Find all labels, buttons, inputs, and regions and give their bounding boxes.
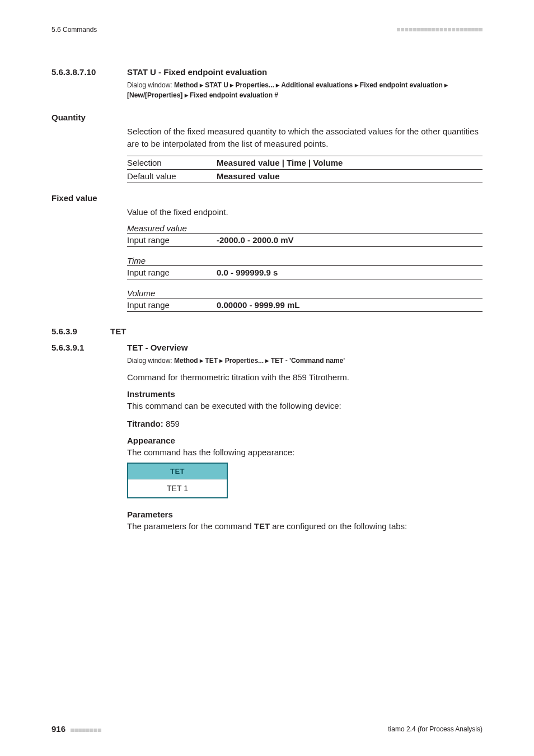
heading-row-1: 5.6.3.8.7.10 STAT U - Fixed endpoint eva… xyxy=(51,67,483,77)
dialog-window-path-1: Dialog window: Method ▸ STAT U ▸ Propert… xyxy=(127,80,483,100)
params-bold: TET xyxy=(254,521,270,531)
cell-value: Measured value | Time | Volume xyxy=(217,156,483,169)
heading-number: 5.6.3.9 xyxy=(51,326,110,336)
page-number: 916 xyxy=(51,724,65,734)
header-section-path: 5.6 Commands xyxy=(51,26,97,34)
cell-value-bold: -2000.0 - 2000.0 mV xyxy=(217,235,294,245)
titrando-label: Titrando: xyxy=(127,419,163,428)
table-row: Input range -2000.0 - 2000.0 mV xyxy=(127,234,483,247)
page-footer: 916 tiamo 2.4 (for Process Analysis) xyxy=(51,724,483,734)
measured-value-table: Input range -2000.0 - 2000.0 mV xyxy=(127,233,483,247)
header-decoration xyxy=(397,28,483,31)
table-row: Input range 0.00000 - 9999.99 mL xyxy=(127,298,483,312)
cell-value-bold: 0.0 - 999999.9 s xyxy=(217,268,278,277)
footer-left: 916 xyxy=(51,724,101,734)
cell-value-bold: Measured value | Time | Volume xyxy=(217,158,343,167)
tet-overview-description: Command for thermometric titration with … xyxy=(127,371,483,384)
params-text-part2: are configured on the following tabs: xyxy=(270,521,407,531)
dialog-path-text: Method ▸ STAT U ▸ Properties... ▸ Additi… xyxy=(127,81,448,99)
tet-box-header: TET xyxy=(128,464,227,479)
table-row: Selection Measured value | Time | Volume xyxy=(127,156,483,169)
measured-value-italic: Measured value xyxy=(127,223,483,233)
dialog-path-text: Method ▸ TET ▸ Properties... ▸ TET - 'Co… xyxy=(174,357,345,365)
cell-value-bold: 0.00000 - 9999.99 mL xyxy=(217,300,299,310)
volume-table: Input range 0.00000 - 9999.99 mL xyxy=(127,298,483,312)
heading-row-2: 5.6.3.9 TET xyxy=(51,326,483,336)
titrando-value: 859 xyxy=(163,419,180,428)
fixed-value-label: Fixed value xyxy=(51,193,483,203)
heading-title: TET xyxy=(110,326,126,336)
instruments-text: This command can be executed with the fo… xyxy=(127,400,483,412)
parameters-heading: Parameters xyxy=(127,510,483,519)
cell-value: -2000.0 - 2000.0 mV xyxy=(217,234,483,247)
heading-number: 5.6.3.9.1 xyxy=(51,343,127,352)
page-header: 5.6 Commands xyxy=(51,26,483,34)
tet-box-body: TET 1 xyxy=(128,479,227,497)
cell-value: Measured value xyxy=(217,169,483,183)
heading-title: STAT U - Fixed endpoint evaluation xyxy=(127,67,267,77)
page-body: 5.6.3.8.7.10 STAT U - Fixed endpoint eva… xyxy=(51,67,483,538)
cell-value: 0.00000 - 9999.99 mL xyxy=(217,298,483,312)
parameters-text: The parameters for the command TET are c… xyxy=(127,520,483,533)
instruments-heading: Instruments xyxy=(127,389,483,399)
cell-value-bold: Measured value xyxy=(217,171,280,181)
footer-decoration xyxy=(71,729,101,732)
volume-italic: Volume xyxy=(127,288,483,298)
dialog-prefix: Dialog window: xyxy=(127,357,174,365)
tet-command-box: TET TET 1 xyxy=(127,463,228,498)
table-row: Input range 0.0 - 999999.9 s xyxy=(127,266,483,279)
heading-row-3: 5.6.3.9.1 TET - Overview xyxy=(51,343,483,352)
quantity-label: Quantity xyxy=(51,113,483,122)
dialog-prefix: Dialog window: xyxy=(127,81,174,89)
cell-key: Default value xyxy=(127,169,217,183)
time-table: Input range 0.0 - 999999.9 s xyxy=(127,265,483,279)
cell-key: Input range xyxy=(127,266,217,279)
appearance-text: The command has the following appearance… xyxy=(127,446,483,459)
titrando-line: Titrando: 859 xyxy=(127,418,483,430)
cell-key: Selection xyxy=(127,156,217,169)
appearance-heading: Appearance xyxy=(127,436,483,445)
cell-value: 0.0 - 999999.9 s xyxy=(217,266,483,279)
heading-number: 5.6.3.8.7.10 xyxy=(51,67,127,77)
params-text-part1: The parameters for the command xyxy=(127,521,254,531)
time-italic: Time xyxy=(127,256,483,265)
cell-key: Input range xyxy=(127,298,217,312)
quantity-description: Selection of the fixed measured quantity… xyxy=(127,125,483,150)
fixed-value-description: Value of the fixed endpoint. xyxy=(127,206,483,218)
cell-key: Input range xyxy=(127,234,217,247)
footer-right: tiamo 2.4 (for Process Analysis) xyxy=(388,725,483,733)
table-row: Default value Measured value xyxy=(127,169,483,183)
dialog-window-path-2: Dialog window: Method ▸ TET ▸ Properties… xyxy=(127,356,483,366)
quantity-table: Selection Measured value | Time | Volume… xyxy=(127,156,483,183)
heading-title: TET - Overview xyxy=(127,343,188,352)
